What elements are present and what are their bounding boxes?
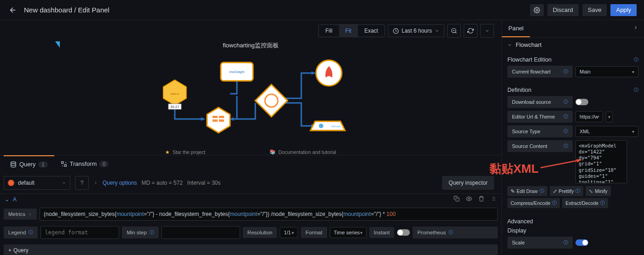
theme-select[interactable]: ▾ — [606, 112, 613, 122]
info-icon[interactable]: ⓘ — [634, 57, 638, 63]
settings-icon-button[interactable] — [530, 4, 544, 16]
chevron-down-icon — [435, 28, 439, 33]
prettify-button[interactable]: ⤢Prettifyⓘ — [550, 186, 584, 196]
scale-toggle[interactable] — [575, 239, 588, 246]
time-range-label: Last 6 hours — [402, 28, 432, 34]
source-content-textarea[interactable] — [575, 140, 627, 183]
collapse-toggle[interactable]: ⌄ — [5, 196, 9, 203]
fit-button[interactable]: Fit — [339, 25, 358, 37]
info-icon[interactable]: ⓘ — [564, 239, 568, 246]
svg-rect-26 — [64, 164, 66, 166]
info-icon[interactable]: ⓘ — [634, 87, 638, 93]
edit-draw-button[interactable]: ✎Edit Drawⓘ — [507, 186, 547, 196]
tab-panel[interactable]: Panel — [502, 20, 530, 37]
format-select[interactable]: Time series▾ — [330, 227, 367, 238]
svg-point-22 — [319, 124, 323, 128]
info-icon[interactable]: ⓘ — [552, 200, 557, 206]
docs-link[interactable]: 📚Documentation and tutorial — [270, 149, 336, 155]
save-button[interactable]: Save — [582, 4, 607, 16]
instant-toggle[interactable] — [397, 229, 410, 236]
zoom-out-button[interactable] — [447, 24, 461, 38]
back-icon[interactable] — [7, 5, 18, 16]
fill-button[interactable]: Fill — [319, 25, 339, 37]
query-toolbar: default ? Query options MD = auto = 572 … — [0, 172, 501, 193]
current-flowchart-label: Current flowchartⓘ — [507, 66, 573, 78]
info-icon[interactable]: ⓘ — [575, 188, 580, 194]
fit-mode-group: Fill Fit Exact — [318, 24, 385, 37]
tab-query[interactable]: Query 1 — [4, 155, 54, 172]
delete-icon[interactable] — [478, 196, 484, 203]
section-flowchart[interactable]: Flowchart — [502, 38, 644, 52]
info-icon[interactable]: ⓘ — [564, 99, 568, 105]
refresh-button[interactable] — [464, 24, 477, 38]
exact-button[interactable]: Exact — [358, 25, 385, 37]
viz-toolbar: Fill Fit Exact Last 6 hours — [0, 20, 501, 41]
apply-button[interactable]: Apply — [610, 4, 637, 16]
download-source-label: Download sourceⓘ — [507, 96, 573, 108]
query-count-badge: 1 — [38, 161, 47, 168]
datasource-select[interactable]: default — [4, 176, 70, 190]
info-icon[interactable]: ⓘ — [564, 143, 568, 149]
svg-line-3 — [455, 32, 457, 34]
chevron-right-icon[interactable] — [93, 181, 98, 185]
metrics-input[interactable]: (node_filesystem_size_bytes{mountpoint="… — [40, 208, 498, 221]
toggle-visibility-icon[interactable] — [466, 196, 472, 203]
visualization-area: flowcharting监控面板 draw.io 39.27 — [0, 41, 501, 155]
datasource-help-button[interactable]: ? — [75, 176, 89, 190]
info-icon[interactable]: ⓘ — [540, 188, 544, 194]
pencil-icon: ✎ — [511, 188, 515, 194]
source-type-label: Source Typeⓘ — [507, 125, 573, 137]
svg-point-32 — [494, 198, 495, 199]
refresh-interval-button[interactable] — [480, 24, 494, 38]
info-icon[interactable]: ⓘ — [150, 229, 154, 236]
display-header: Display — [507, 227, 638, 237]
resolution-select[interactable]: 1/1▾ — [280, 227, 298, 238]
zoom-out-icon — [451, 28, 457, 34]
star-project-link[interactable]: ★Star the project — [165, 149, 205, 155]
legend-input[interactable] — [40, 226, 119, 239]
query-options-link[interactable]: Query options — [103, 180, 137, 186]
add-query-button[interactable]: +Query — [4, 244, 498, 255]
duplicate-icon[interactable] — [454, 196, 460, 203]
source-content-label: Source Contentⓘ — [507, 140, 573, 152]
extract-decode-button[interactable]: Extract/Decodeⓘ — [562, 198, 608, 208]
svg-text:mxGraph: mxGraph — [230, 70, 245, 74]
discard-button[interactable]: Discard — [547, 4, 579, 16]
time-range-button[interactable]: Last 6 hours — [388, 24, 444, 37]
scale-label: Scaleⓘ — [507, 237, 573, 249]
query-inspector-button[interactable]: Query inspector — [442, 176, 494, 190]
query-letter[interactable]: A — [13, 196, 454, 203]
database-icon — [10, 161, 17, 168]
drag-handle-icon[interactable] — [491, 196, 497, 203]
legend-label: Legendⓘ — [4, 227, 38, 238]
info-icon[interactable]: ⓘ — [564, 128, 568, 135]
star-icon: ★ — [165, 149, 170, 155]
download-source-toggle[interactable] — [575, 99, 588, 105]
lower-tabs: Query 1 Transform 0 — [0, 155, 501, 172]
svg-marker-14 — [207, 108, 230, 133]
info-icon[interactable]: ⓘ — [564, 113, 568, 120]
flowchart-canvas[interactable]: draw.io 39.27 mxGraph influxdb — [147, 52, 354, 144]
compress-encode-button[interactable]: Compress/Encodeⓘ — [507, 198, 560, 208]
right-pane: Panel Flowchart Flowchart Editionⓘ Curre… — [502, 20, 644, 255]
info-icon[interactable]: ⓘ — [564, 68, 568, 75]
tab-transform[interactable]: Transform 0 — [54, 155, 115, 172]
source-type-select[interactable]: XML▾ — [575, 126, 638, 137]
chevron-down-icon — [507, 43, 512, 47]
prometheus-label: Prometheusⓘ — [413, 227, 498, 238]
expand-icon: ⤢ — [553, 188, 557, 194]
svg-rect-17 — [219, 116, 224, 118]
advanced-header: Advanced — [507, 215, 638, 227]
editor-url-input[interactable] — [575, 111, 603, 122]
instant-label: Instant — [369, 227, 395, 238]
collapse-sidebar-button[interactable] — [627, 20, 644, 37]
svg-point-0 — [536, 9, 538, 11]
info-icon[interactable]: ⓘ — [448, 229, 453, 236]
minify-button[interactable]: ⤡Minify — [586, 186, 610, 196]
left-pane: Fill Fit Exact Last 6 hours flowcharting… — [0, 20, 502, 255]
minstep-input[interactable] — [161, 226, 240, 239]
svg-text:draw.io: draw.io — [170, 92, 179, 95]
current-flowchart-select[interactable]: Main▾ — [575, 66, 638, 77]
info-icon[interactable]: ⓘ — [29, 229, 33, 236]
info-icon[interactable]: ⓘ — [600, 200, 605, 206]
